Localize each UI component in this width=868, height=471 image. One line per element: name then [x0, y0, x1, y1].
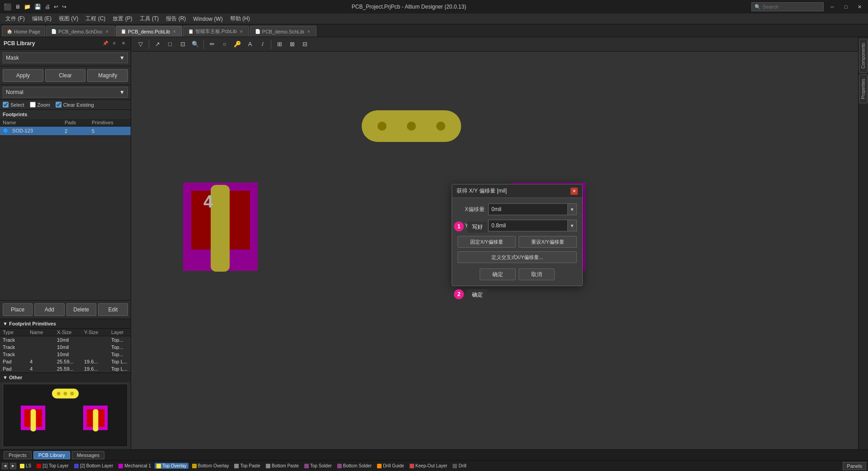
- magnify-button[interactable]: Magnify: [87, 69, 128, 82]
- layer-ls-color: [20, 464, 24, 468]
- tab-close-schdoc[interactable]: ✕: [104, 29, 110, 34]
- y-offset-decrement-btn[interactable]: ▼: [567, 220, 576, 231]
- layer-top-overlay[interactable]: Top Overlay: [155, 463, 188, 469]
- arrow-btn[interactable]: ↗: [151, 38, 163, 50]
- panel-pin-btn[interactable]: 📌: [102, 40, 109, 47]
- cross-probe-btn[interactable]: ⊠: [286, 38, 298, 50]
- svg-point-1: [57, 392, 61, 396]
- tab-schdoc[interactable]: 📄 PCB_demo.SchDoc ✕: [46, 26, 115, 37]
- menu-reports[interactable]: 报告 (R): [162, 14, 189, 24]
- select-checkbox-item[interactable]: Select: [3, 102, 24, 108]
- mask-section: Mask ▼: [0, 50, 131, 66]
- menu-edit[interactable]: 编辑 (E): [28, 14, 55, 24]
- layer-ls[interactable]: LS: [18, 463, 33, 469]
- layer-mechanical[interactable]: Mechanical 1: [117, 463, 153, 469]
- menu-place[interactable]: 放置 (P): [109, 14, 136, 24]
- dialog-close-btn[interactable]: ✕: [571, 188, 578, 195]
- bottom-tab-pcblib[interactable]: PCB Library: [33, 451, 70, 459]
- layer-next-btn[interactable]: ▶: [10, 463, 16, 469]
- edit-button[interactable]: Edit: [98, 303, 128, 316]
- layer-bottom-overlay[interactable]: Bottom Overlay: [190, 463, 231, 469]
- line-btn[interactable]: /: [257, 38, 269, 50]
- layer-drill-color: [453, 464, 457, 468]
- interactive-offset-btn[interactable]: 定义交互式X/Y偏移量...: [458, 251, 577, 263]
- reset-offset-btn[interactable]: 重设X/Y偏移量: [519, 236, 577, 248]
- y-offset-input[interactable]: [489, 221, 567, 231]
- zoom-checkbox-item[interactable]: Zoom: [30, 102, 50, 108]
- minimize-btn[interactable]: ─: [827, 2, 837, 12]
- primitive-row-1[interactable]: Track 10mil Top...: [0, 336, 131, 344]
- layer-drill[interactable]: Drill: [451, 463, 468, 469]
- tab-home[interactable]: 🏠 Home Page: [2, 26, 45, 37]
- layer-drill-guide[interactable]: Drill Guide: [375, 463, 406, 469]
- x-offset-input[interactable]: [489, 204, 567, 214]
- zoom-select-btn[interactable]: 🔍: [189, 38, 201, 50]
- layer-bottom[interactable]: [2] Bottom Layer: [72, 463, 115, 469]
- fix-offset-btn[interactable]: 固定X/Y偏移量: [458, 236, 516, 248]
- place-button[interactable]: Place: [3, 303, 33, 316]
- tab-schlib[interactable]: 📄 PCB_demo.SchLib ✕: [250, 26, 316, 37]
- select-checkbox[interactable]: [3, 102, 9, 108]
- layer-keepout[interactable]: Keep-Out Layer: [408, 463, 449, 469]
- zoom-checkbox[interactable]: [30, 102, 36, 108]
- dialog-actions: 确定 取消: [458, 267, 577, 280]
- bottom-tab-projects[interactable]: Projects: [4, 451, 32, 459]
- filter-btn[interactable]: ▽: [135, 38, 146, 50]
- apply-button[interactable]: Apply: [3, 69, 43, 82]
- layer-bottom-solder[interactable]: Bottom Solder: [335, 463, 373, 469]
- layer-top[interactable]: [1] Top Layer: [35, 463, 71, 469]
- menu-help[interactable]: 帮助 (H): [226, 14, 254, 24]
- panel-close-btn[interactable]: ✕: [120, 40, 127, 47]
- panels-btn[interactable]: Panels: [843, 462, 866, 470]
- menu-bar: 文件 (F) 编辑 (E) 视图 (V) 工程 (C) 放置 (P) 工具 (T…: [0, 14, 868, 24]
- panel-menu-btn[interactable]: ≡: [111, 40, 118, 47]
- menu-file[interactable]: 文件 (F): [2, 14, 28, 24]
- text-btn[interactable]: A: [244, 38, 256, 50]
- rect-select-btn[interactable]: □: [164, 38, 176, 50]
- primitive-row-2[interactable]: Track 10mil Top...: [0, 344, 131, 351]
- menu-tools[interactable]: 工具 (T): [136, 14, 163, 24]
- pcb-canvas[interactable]: 4 4 获得 X/Y 偏移量 [mil] ✕: [131, 52, 858, 449]
- components-panel-tab[interactable]: Components: [859, 39, 868, 73]
- tab-pcblib[interactable]: 📋 PCB_demo.PcbLib ✕: [116, 26, 182, 37]
- circle-btn[interactable]: ○: [219, 38, 231, 50]
- dialog-ok-btn[interactable]: 确定: [480, 268, 516, 280]
- menu-project[interactable]: 工程 (C): [82, 14, 109, 24]
- bottom-tab-messages[interactable]: Messages: [72, 451, 104, 459]
- close-btn[interactable]: ✕: [854, 2, 864, 12]
- delete-button[interactable]: Delete: [66, 303, 96, 316]
- maximize-btn[interactable]: □: [841, 2, 851, 12]
- search-input[interactable]: [763, 4, 817, 9]
- inspect-btn[interactable]: ⊟: [299, 38, 311, 50]
- tab-smartcar[interactable]: 📋 智能车主板.PcbLib ✕: [183, 26, 249, 37]
- x-offset-decrement-btn[interactable]: ▼: [567, 204, 576, 215]
- board-insight-btn[interactable]: ⊞: [274, 38, 285, 50]
- primitive-row-3[interactable]: Track 10mil Top...: [0, 351, 131, 358]
- primitive-row-4[interactable]: Pad 4 25.59... 19.6... Top L...: [0, 358, 131, 365]
- title-bar: ⬛ 🖥 📁 💾 🖨 ↩ ↪ PCB_Project.PrjPcb - Altiu…: [0, 0, 868, 14]
- clear-existing-checkbox[interactable]: [56, 102, 61, 108]
- layer-top-solder[interactable]: Top Solder: [302, 463, 334, 469]
- primitive-row-5[interactable]: Pad 4 25.59... 19.6... Top L...: [0, 365, 131, 372]
- fit-view-btn[interactable]: ⊡: [177, 38, 189, 50]
- key-btn[interactable]: 🔑: [231, 38, 243, 50]
- footprint-row-sod123[interactable]: 🔷 SOD-123 2 5: [0, 127, 131, 135]
- tab-close-pcblib[interactable]: ✕: [172, 29, 177, 34]
- properties-panel-tab[interactable]: Properties: [859, 75, 868, 104]
- right-panels: Components Properties: [858, 37, 868, 449]
- tab-close-schlib[interactable]: ✕: [306, 29, 311, 34]
- dialog-cancel-btn[interactable]: 取消: [519, 268, 555, 280]
- brush-btn[interactable]: ✏: [206, 38, 218, 50]
- tab-close-smartcar[interactable]: ✕: [239, 29, 244, 34]
- layer-prev-btn[interactable]: ◀: [2, 463, 8, 469]
- menu-view[interactable]: 视图 (V): [55, 14, 82, 24]
- add-button[interactable]: Add: [34, 303, 64, 316]
- layer-bottom-paste[interactable]: Bottom Paste: [264, 463, 301, 469]
- clear-button[interactable]: Clear: [45, 69, 86, 82]
- clear-existing-checkbox-item[interactable]: Clear Existing: [56, 102, 94, 108]
- normal-dropdown[interactable]: Normal ▼: [3, 87, 128, 98]
- layer-top-paste[interactable]: Top Paste: [232, 463, 262, 469]
- search-box[interactable]: 🔍: [751, 2, 824, 11]
- menu-window[interactable]: Window (W): [189, 15, 226, 23]
- mask-dropdown[interactable]: Mask ▼: [3, 52, 128, 63]
